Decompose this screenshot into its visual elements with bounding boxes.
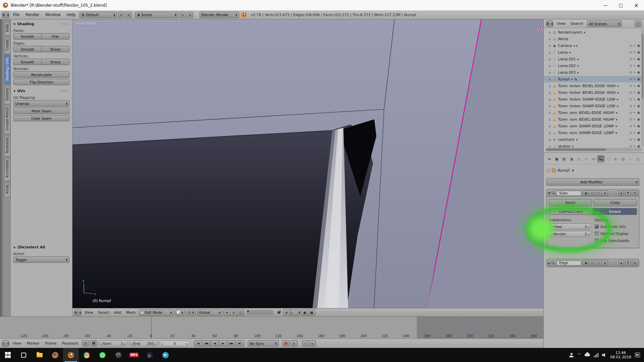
- copy-modifier-button[interactable]: Copy: [594, 199, 637, 206]
- current-frame-field[interactable]: 0: [159, 341, 190, 347]
- opengl-render-icon[interactable]: [308, 309, 315, 316]
- render-layers-tab-icon[interactable]: [560, 156, 568, 162]
- start-button[interactable]: [0, 348, 16, 362]
- restrict-view-icon[interactable]: [629, 104, 632, 108]
- chrome-button[interactable]: [79, 348, 95, 362]
- toolshelf-tab[interactable]: Relations: [4, 135, 10, 156]
- texture-tab-icon[interactable]: [620, 156, 627, 162]
- expand-icon[interactable]: [548, 104, 551, 108]
- outliner-item-name[interactable]: RenderLayers: [558, 30, 582, 34]
- screen-layout-dropdown[interactable]: Default: [79, 12, 117, 18]
- display-mode-dropdown[interactable]: All Scenes: [587, 20, 622, 27]
- minimize-button[interactable]: [598, 0, 613, 10]
- collapse-icon[interactable]: [548, 191, 550, 195]
- menu-item[interactable]: Frame: [42, 340, 59, 347]
- menu-item[interactable]: Help: [64, 11, 78, 18]
- onedrive-icon[interactable]: [585, 354, 590, 356]
- expand-icon[interactable]: [548, 131, 551, 135]
- restrict-render-icon[interactable]: [637, 98, 640, 101]
- preview-range-icon[interactable]: [82, 340, 89, 347]
- smooth-vertices-button[interactable]: Smooth: [13, 59, 42, 65]
- pivot-dropdown[interactable]: [186, 309, 196, 316]
- insert-keyframe-icon[interactable]: [302, 340, 309, 347]
- outliner-item-name[interactable]: Türen_vorn_SHARP-EDGE_LOWP: [558, 131, 614, 135]
- move-modifier-up-button[interactable]: ▲: [619, 260, 624, 265]
- expand-icon[interactable]: [548, 144, 551, 147]
- editmode-visibility-toggle-icon[interactable]: ▢: [595, 190, 602, 196]
- toolshelf-tab[interactable]: Create: [4, 37, 10, 54]
- outliner-row[interactable]: Rumpf: [544, 76, 644, 82]
- outliner-row[interactable]: skybox: [544, 143, 644, 147]
- restrict-view-icon[interactable]: [629, 51, 632, 54]
- render-engine-dropdown[interactable]: Blender Render: [200, 12, 239, 18]
- volume-icon[interactable]: [602, 353, 606, 357]
- render-subdivisions-field[interactable]: Render:2: [549, 231, 591, 237]
- telegram-button[interactable]: [158, 348, 173, 362]
- outliner-vertical-scrollbar[interactable]: [641, 29, 644, 146]
- mark-seam-button[interactable]: Mark Seam: [13, 108, 69, 114]
- menu-item[interactable]: File: [10, 11, 22, 18]
- toolshelf-tab[interactable]: Arma: [4, 182, 10, 197]
- gimp-button[interactable]: [110, 348, 126, 362]
- flip-direction-button[interactable]: Flip Direction: [13, 79, 69, 85]
- restrict-select-icon[interactable]: [633, 91, 636, 94]
- restrict-render-icon[interactable]: [637, 57, 640, 61]
- outliner-row[interactable]: Türen_vorn_BEVEL-EDGE_HIGHP: [544, 116, 644, 123]
- render-visibility-toggle-icon[interactable]: ▣: [583, 260, 589, 265]
- lock-time-icon[interactable]: [90, 340, 97, 347]
- firefox-button[interactable]: [47, 348, 63, 362]
- viewport-canvas[interactable]: y x: [72, 19, 543, 308]
- outliner-row[interactable]: Türen_hinten_SHARP-EDGE_LOW: [544, 96, 644, 103]
- expand-icon[interactable]: [548, 111, 551, 115]
- outliner-item-name[interactable]: Camera: [558, 44, 572, 48]
- expand-icon[interactable]: [548, 44, 551, 48]
- restrict-view-icon[interactable]: [629, 91, 632, 94]
- checkbox[interactable]: [595, 239, 599, 243]
- outliner-row[interactable]: Türen_vorn_SHARP-EDGE_LOWP: [544, 129, 644, 136]
- collapse-icon[interactable]: [13, 22, 15, 26]
- outliner-item-name[interactable]: Lamp.003: [558, 70, 576, 74]
- restrict-render-icon[interactable]: [637, 71, 640, 74]
- restrict-select-icon[interactable]: [633, 44, 636, 47]
- outliner-row[interactable]: Türen_vorn_BEVEL-EDGE_HIGHP: [544, 109, 644, 116]
- network-icon[interactable]: [594, 353, 599, 357]
- outliner-editor-type-menu[interactable]: [546, 20, 553, 27]
- restrict-view-icon[interactable]: [629, 64, 632, 67]
- viewport-visibility-toggle-icon[interactable]: ⊙: [589, 260, 595, 265]
- action-center-icon[interactable]: [635, 353, 640, 357]
- play-reverse-button[interactable]: ◀: [211, 340, 219, 347]
- restrict-render-icon[interactable]: [637, 84, 640, 87]
- mp3-player-button[interactable]: MP3: [126, 348, 142, 362]
- scale-manipulator-icon[interactable]: [237, 309, 245, 316]
- sharp-vertices-button[interactable]: Sharp: [42, 59, 69, 65]
- expand-icon[interactable]: [548, 97, 551, 101]
- filter-icon[interactable]: ▽: [635, 20, 642, 27]
- restrict-select-icon[interactable]: [633, 77, 636, 81]
- toolshelf-tab[interactable]: Grease Pencil: [4, 105, 10, 134]
- restrict-render-icon[interactable]: [637, 104, 640, 108]
- 3d-viewport[interactable]: y x User Ortho (0) Rumpf ViewSelectAddMe…: [72, 19, 543, 316]
- taskbar-clock[interactable]: 12:46 08.01.2018: [610, 351, 631, 360]
- close-button[interactable]: [629, 0, 644, 10]
- restrict-view-icon[interactable]: [629, 84, 632, 87]
- restrict-select-icon[interactable]: [633, 57, 636, 61]
- restrict-view-icon[interactable]: [629, 71, 632, 74]
- view-subdivisions-field[interactable]: View:2: [549, 224, 591, 230]
- viewport-shading-dropdown[interactable]: [175, 309, 185, 316]
- restrict-view-icon[interactable]: [629, 124, 632, 128]
- jump-to-start-button[interactable]: |◀: [194, 340, 202, 347]
- flat-faces-button[interactable]: Flat: [42, 33, 69, 40]
- scene-dropdown[interactable]: Scene: [135, 12, 178, 18]
- viewport-editor-type-menu[interactable]: [74, 309, 81, 316]
- render-tab-icon[interactable]: [553, 156, 560, 162]
- recalculate-normals-button[interactable]: Recalculate: [13, 71, 69, 78]
- menu-item[interactable]: Marker: [24, 340, 42, 347]
- render-visibility-toggle-icon[interactable]: ▣: [583, 190, 589, 196]
- viewport-visibility-toggle-icon[interactable]: ⊙: [589, 190, 595, 196]
- timeline-editor-type-menu[interactable]: [2, 340, 9, 347]
- timeline-ruler[interactable]: -120-100-80-60-40-2002040608010012014016…: [0, 316, 543, 339]
- restrict-view-icon[interactable]: [629, 44, 632, 47]
- smooth-edges-button[interactable]: Smooth: [13, 46, 42, 52]
- expand-icon[interactable]: [548, 70, 551, 74]
- snap-magnet-icon[interactable]: [283, 309, 290, 316]
